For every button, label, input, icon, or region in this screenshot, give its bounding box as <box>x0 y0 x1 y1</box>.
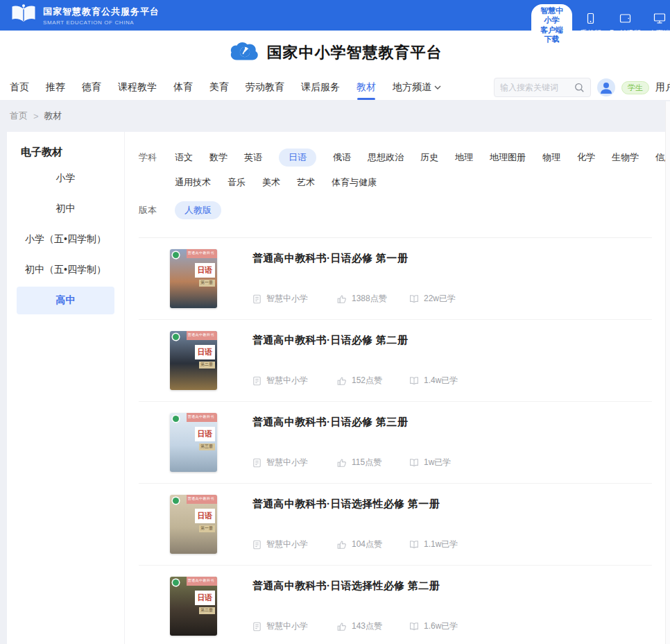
filter-option-美术[interactable]: 美术 <box>262 173 280 192</box>
stat-likes: 1388点赞 <box>337 293 409 305</box>
book-list-item[interactable]: 普通高中教科书日语第一册普通高中教科书·日语选择性必修 第一册智慧中小学104点… <box>139 484 652 566</box>
filter-option-日语[interactable]: 日语 <box>279 149 316 167</box>
nav-item-课后服务[interactable]: 课后服务 <box>301 75 340 100</box>
user-avatar-icon[interactable] <box>597 78 615 96</box>
publisher-icon <box>252 458 261 468</box>
cover-volume-label: 第一册 <box>199 525 215 532</box>
filter-option-数学[interactable]: 数学 <box>209 149 227 167</box>
filter-option-历史[interactable]: 历史 <box>420 149 438 167</box>
stat-likes: 152点赞 <box>337 375 409 387</box>
filter-option-物理[interactable]: 物理 <box>542 149 560 167</box>
filter-option-人教版[interactable]: 人教版 <box>175 201 221 219</box>
book-list-item[interactable]: 普通高中教科书日语第三册普通高中教科书·日语必修 第三册智慧中小学115点赞1w… <box>139 402 652 484</box>
device-desktop[interactable]: 桌面端 <box>649 12 670 38</box>
nav-item-label: 教材 <box>357 81 376 94</box>
filter-option-体育与健康[interactable]: 体育与健康 <box>332 173 377 192</box>
client-download-line1: 智慧中小学 <box>540 6 563 26</box>
username[interactable]: 用户5562 <box>655 81 670 94</box>
book-info: 普通高中教科书·日语选择性必修 第二册智慧中小学143点赞1.6w已学 <box>252 577 652 644</box>
nav-item-教材[interactable]: 教材 <box>357 75 376 100</box>
filter-option-地理图册[interactable]: 地理图册 <box>490 149 526 167</box>
nav-item-德育[interactable]: 德育 <box>82 75 101 100</box>
nav-item-label: 推荐 <box>46 81 65 94</box>
publisher-logo-icon <box>173 579 179 586</box>
filter-option-俄语[interactable]: 俄语 <box>333 149 351 167</box>
site-title[interactable]: 国家中小学智慧教育平台 <box>267 42 443 63</box>
publisher-icon <box>252 540 261 550</box>
stat-text: 115点赞 <box>352 457 381 468</box>
nav-item-劳动教育[interactable]: 劳动教育 <box>246 75 284 100</box>
client-download-line2: 客户端下载 <box>540 26 563 45</box>
nav-item-首页[interactable]: 首页 <box>10 75 29 100</box>
book-title[interactable]: 普通高中教科书·日语选择性必修 第一册 <box>252 498 652 511</box>
device-label: 手机版 <box>581 28 601 38</box>
breadcrumb-home[interactable]: 首页 <box>10 110 28 122</box>
scrollbar[interactable] <box>665 101 670 644</box>
subject-filter-row2: 通用技术音乐美术艺术体育与健康 <box>139 173 652 192</box>
filter-option-音乐[interactable]: 音乐 <box>227 173 246 192</box>
stat-learned: 1.4w已学 <box>409 375 458 387</box>
page-body: 电子教材 小学初中小学（五•四学制）初中（五•四学制）高中 学科 语文数学英语日… <box>0 132 670 644</box>
book-title[interactable]: 普通高中教科书·日语必修 第三册 <box>252 416 652 429</box>
cloud-book-logo-icon[interactable] <box>228 39 260 67</box>
book-list-item[interactable]: 普通高中教科书日语第一册普通高中教科书·日语必修 第一册智慧中小学1388点赞2… <box>139 238 652 320</box>
search-input[interactable] <box>500 83 574 92</box>
sidebar-item-小学[interactable]: 小学 <box>17 164 114 192</box>
search-icon[interactable] <box>574 83 585 93</box>
main-card: 电子教材 小学初中小学（五•四学制）初中（五•四学制）高中 学科 语文数学英语日… <box>7 132 670 644</box>
filter-option-语文[interactable]: 语文 <box>175 149 193 167</box>
client-download-button[interactable]: 智慧中小学 客户端下载 <box>531 4 572 46</box>
filter-option-思想政治[interactable]: 思想政治 <box>368 149 404 167</box>
learned-icon <box>409 376 419 385</box>
book-title[interactable]: 普通高中教科书·日语选择性必修 第二册 <box>252 579 652 593</box>
learned-icon <box>409 458 419 467</box>
filter-option-地理[interactable]: 地理 <box>455 149 473 167</box>
book-title[interactable]: 普通高中教科书·日语必修 第一册 <box>252 252 652 265</box>
book-title[interactable]: 普通高中教科书·日语必修 第二册 <box>252 334 652 347</box>
nav-item-美育[interactable]: 美育 <box>209 75 229 100</box>
book-cover[interactable]: 普通高中教科书日语第三册 <box>170 413 217 472</box>
filter-option-英语[interactable]: 英语 <box>244 149 262 167</box>
breadcrumb: 首页 > 教材 <box>0 100 670 132</box>
version-filter-row: 版本 人教版 <box>139 201 652 219</box>
stat-text: 1388点赞 <box>352 293 387 305</box>
sidebar-item-初中[interactable]: 初中 <box>17 195 114 223</box>
book-cover[interactable]: 普通高中教科书日语第一册 <box>170 495 217 554</box>
nav-item-体育[interactable]: 体育 <box>173 75 193 100</box>
nav-item-课程教学[interactable]: 课程教学 <box>118 75 157 100</box>
nav-item-label: 课后服务 <box>301 81 340 94</box>
sidebar-item-初中（五•四学制）[interactable]: 初中（五•四学制） <box>17 256 114 284</box>
publisher-icon <box>252 622 261 632</box>
nav-item-label: 美育 <box>209 81 229 94</box>
nav-item-label: 课程教学 <box>118 81 157 94</box>
book-cover[interactable]: 普通高中教科书日语第二册 <box>170 577 217 636</box>
device-tablet[interactable]: Pad HD版 <box>610 12 641 38</box>
stat-text: 智慧中小学 <box>266 293 308 305</box>
book-info: 普通高中教科书·日语必修 第一册智慧中小学1388点赞22w已学 <box>252 249 652 319</box>
likes-icon <box>337 622 347 632</box>
filter-option-通用技术[interactable]: 通用技术 <box>175 173 211 192</box>
platform-name: 国家智慧教育公共服务平台 <box>43 6 160 18</box>
stat-publisher: 智慧中小学 <box>252 457 337 468</box>
platform-brand[interactable]: 国家智慧教育公共服务平台 SMART EDUCATION OF CHINA <box>10 3 160 28</box>
filter-option-生物学[interactable]: 生物学 <box>612 149 639 167</box>
sidebar-item-高中[interactable]: 高中 <box>17 287 114 314</box>
nav-item-label: 体育 <box>173 81 193 94</box>
book-list-item[interactable]: 普通高中教科书日语第二册普通高中教科书·日语选择性必修 第二册智慧中小学143点… <box>139 566 652 644</box>
book-list-item[interactable]: 普通高中教科书日语第二册普通高中教科书·日语必修 第二册智慧中小学152点赞1.… <box>139 320 652 402</box>
filter-option-艺术[interactable]: 艺术 <box>297 173 315 192</box>
book-cover[interactable]: 普通高中教科书日语第二册 <box>170 331 217 390</box>
book-list: 普通高中教科书日语第一册普通高中教科书·日语必修 第一册智慧中小学1388点赞2… <box>139 238 652 644</box>
device-phone[interactable]: 手机版 <box>581 12 601 38</box>
platform-name-en: SMART EDUCATION OF CHINA <box>43 19 160 26</box>
stat-text: 143点赞 <box>352 620 382 632</box>
sidebar-item-小学（五•四学制）[interactable]: 小学（五•四学制） <box>17 226 114 253</box>
stat-likes: 104点赞 <box>337 539 409 550</box>
nav-item-推荐[interactable]: 推荐 <box>46 75 65 100</box>
filter-option-化学[interactable]: 化学 <box>577 149 595 167</box>
book-stats: 智慧中小学152点赞1.4w已学 <box>252 375 652 387</box>
book-cover[interactable]: 普通高中教科书日语第一册 <box>170 249 217 308</box>
stat-text: 智慧中小学 <box>266 457 308 468</box>
publisher-logo-icon <box>173 334 179 340</box>
nav-item-地方频道[interactable]: 地方频道 <box>393 75 441 100</box>
